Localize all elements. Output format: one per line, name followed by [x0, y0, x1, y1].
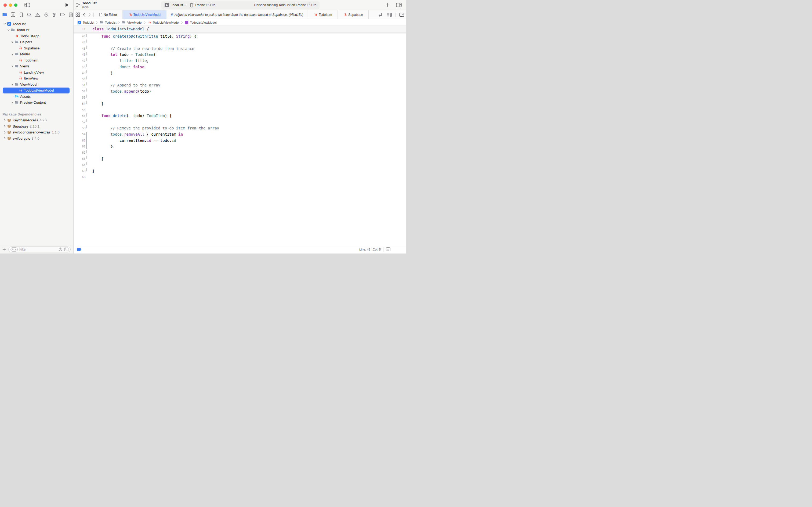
tab-todolistviewmodel[interactable]: TodoListViewModel	[123, 10, 167, 19]
navigator-tab-debug-icon[interactable]	[52, 12, 57, 17]
breadcrumb-item-0[interactable]: TodoList	[77, 20, 94, 25]
close-window-button[interactable]	[3, 3, 7, 7]
add-button[interactable]	[386, 3, 390, 7]
line-number[interactable]: 44	[73, 40, 85, 46]
navigator-tab-bookmarks-icon[interactable]	[19, 12, 23, 17]
package-item-supabase[interactable]: Supabase2.10.1	[0, 123, 73, 129]
disclosure-open-icon[interactable]	[3, 22, 7, 25]
line-number[interactable]: 63	[73, 156, 85, 162]
line-number[interactable]: 47	[73, 58, 85, 64]
line-number[interactable]: 55	[73, 107, 85, 113]
toggle-navigator-icon[interactable]	[24, 3, 30, 7]
add-editor-icon[interactable]	[399, 13, 404, 17]
navigator-tab-project-navigator-icon[interactable]	[2, 12, 7, 17]
package-item-keychainaccess[interactable]: KeychainAccess4.2.2	[0, 117, 73, 123]
source-control-filter-icon[interactable]	[64, 247, 68, 251]
disclosure-open-icon[interactable]	[6, 29, 10, 32]
file-tree-item-todolistapp[interactable]: TodoListApp	[0, 33, 73, 39]
line-number[interactable]: 54	[73, 101, 85, 107]
minimize-window-button[interactable]	[9, 3, 12, 7]
line-number[interactable]: 66	[73, 174, 85, 180]
item-label: Views	[20, 64, 29, 68]
line-number[interactable]: 64	[73, 162, 85, 168]
disclosure-closed-icon[interactable]	[3, 119, 7, 122]
navigator-tab-source-control-changes-icon[interactable]	[10, 12, 15, 17]
navigator-tab-breakpoints-icon[interactable]	[60, 12, 65, 17]
line-indicator: Line: 42	[359, 248, 370, 251]
package-item-swift-crypto[interactable]: swift-crypto3.4.0	[0, 135, 73, 142]
line-number[interactable]: 59	[73, 131, 85, 137]
forward-button[interactable]	[88, 13, 91, 17]
file-tree-item-views[interactable]: Views	[0, 63, 73, 69]
tab-no-editor[interactable]: No Editor	[94, 10, 123, 19]
recent-files-clock-icon[interactable]	[59, 247, 63, 251]
editor-grid-icon[interactable]	[75, 12, 80, 17]
change-bar	[86, 125, 87, 128]
scheme-activity-bar[interactable]: TodoList 〉 iPhone 15 Pro Finished runnin…	[161, 1, 320, 9]
file-tree-item-itemview[interactable]: ItemView	[0, 75, 73, 81]
toggle-inspector-icon[interactable]	[396, 3, 402, 7]
breadcrumb-item-2[interactable]: ViewModel	[122, 20, 142, 24]
disclosure-closed-icon[interactable]	[3, 137, 7, 139]
file-tree-item-supabase[interactable]: Supabase	[0, 45, 73, 51]
file-tree-item-viewmodel[interactable]: ViewModel	[0, 81, 73, 88]
navigator-tab-reports-icon[interactable]	[68, 12, 73, 17]
line-number[interactable]: 50	[73, 76, 85, 82]
disclosure-closed-icon[interactable]	[3, 131, 7, 134]
file-tree-item-todolist[interactable]: TodoList	[0, 27, 73, 33]
file-tree-item-preview-content[interactable]: Preview Content	[0, 100, 73, 106]
line-number[interactable]: 53	[73, 95, 85, 101]
tab-label: Supabase	[348, 13, 363, 17]
tab-supabase[interactable]: Supabase	[338, 10, 368, 19]
pkg-icon	[7, 124, 11, 128]
line-number[interactable]: 61	[73, 144, 85, 150]
line-number[interactable]: 46	[73, 52, 85, 58]
file-tree-item-model[interactable]: Model	[0, 51, 73, 57]
navigator-tab-find-icon[interactable]	[27, 12, 32, 17]
line-number[interactable]: 49	[73, 70, 85, 76]
file-tree-item-helpers[interactable]: Helpers	[0, 39, 73, 45]
line-number[interactable]: 56	[73, 113, 85, 119]
disclosure-open-icon[interactable]	[10, 53, 14, 56]
navigator-tab-tests-icon[interactable]	[44, 12, 49, 17]
filter-field[interactable]: Filter	[8, 246, 71, 252]
line-number[interactable]: 45	[73, 46, 85, 52]
run-button[interactable]	[65, 3, 69, 7]
tab-commit[interactable]: # Adjusted view model to pull to-do item…	[167, 10, 308, 19]
line-number[interactable]: 52	[73, 88, 85, 95]
disclosure-open-icon[interactable]	[10, 41, 14, 44]
line-number[interactable]: 57	[73, 119, 85, 125]
breakpoint-toggle[interactable]	[77, 248, 81, 251]
line-number[interactable]: 51	[73, 82, 85, 88]
filter-icon[interactable]	[10, 247, 18, 251]
run-destination[interactable]: iPhone 15 Pro	[195, 3, 215, 7]
file-tree-item-todolist[interactable]: TodoList	[0, 21, 73, 27]
breadcrumb-item-1[interactable]: TodoList	[99, 20, 117, 24]
tab-todoitem[interactable]: TodoItem	[308, 10, 338, 19]
file-tree-item-todoitem[interactable]: TodoItem	[0, 57, 73, 63]
breadcrumb-item-4[interactable]: CTodoListViewModel	[184, 20, 217, 25]
scheme-name[interactable]: TodoList	[171, 3, 183, 7]
zoom-window-button[interactable]	[14, 3, 17, 7]
code-review-icon[interactable]	[378, 13, 383, 17]
breadcrumb-item-3[interactable]: TodoListViewModel	[148, 20, 179, 24]
disclosure-open-icon[interactable]	[10, 83, 14, 86]
minimap-icon[interactable]	[387, 13, 392, 17]
navigator-tab-issues-icon[interactable]	[35, 12, 40, 17]
file-tree-item-assets[interactable]: Assets	[0, 94, 73, 100]
disclosure-open-icon[interactable]	[10, 65, 14, 68]
back-button[interactable]	[83, 13, 85, 17]
file-tree-item-todolistviewmodel[interactable]: TodoListViewModel	[0, 88, 73, 94]
disclosure-closed-icon[interactable]	[3, 125, 7, 127]
editor-adjust-icon[interactable]	[386, 247, 391, 251]
add-file-button[interactable]	[2, 247, 6, 251]
code-editor[interactable]: 11 class TodoListViewModel { 43 func cre…	[73, 26, 406, 245]
line-number[interactable]: 62	[73, 150, 85, 156]
line-number[interactable]: 65	[73, 168, 85, 174]
line-number[interactable]: 58	[73, 125, 85, 131]
line-number[interactable]: 60	[73, 137, 85, 144]
file-tree-item-landingview[interactable]: LandingView	[0, 69, 73, 75]
package-item-swift-concurrency-extras[interactable]: swift-concurrency-extras1.1.0	[0, 129, 73, 135]
disclosure-closed-icon[interactable]	[10, 101, 14, 104]
line-number[interactable]: 48	[73, 64, 85, 70]
